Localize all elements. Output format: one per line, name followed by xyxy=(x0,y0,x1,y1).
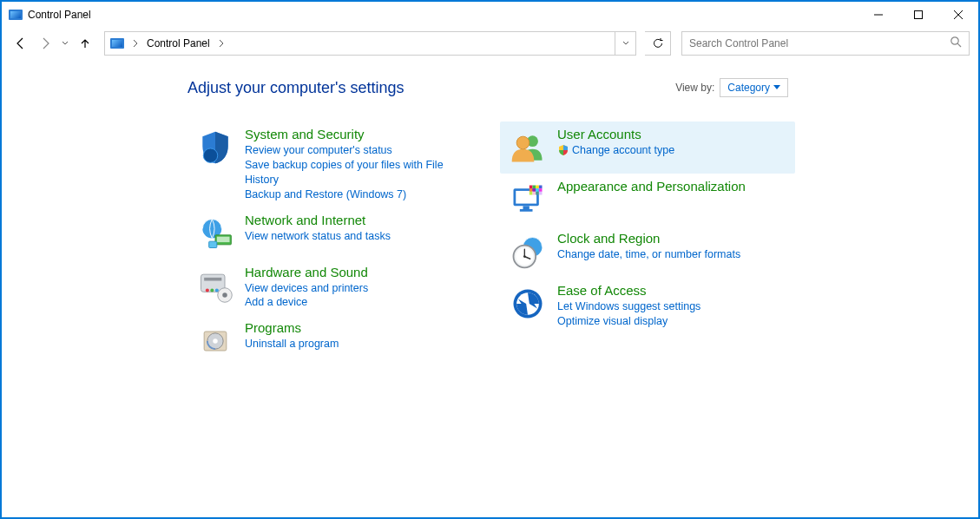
close-button[interactable] xyxy=(938,2,978,28)
category-title-programs[interactable]: Programs xyxy=(245,320,339,335)
category-title-user-accounts[interactable]: User Accounts xyxy=(557,127,674,141)
link-label: Let Windows suggest settings xyxy=(557,299,700,314)
category-system-security: System and SecurityReview your computer'… xyxy=(187,122,481,207)
link-label: View network status and tasks xyxy=(245,229,391,244)
address-dropdown-button[interactable] xyxy=(615,32,635,55)
category-body: System and SecurityReview your computer'… xyxy=(245,127,474,202)
chevron-right-icon[interactable] xyxy=(215,32,227,55)
view-by-value: Category xyxy=(727,82,770,94)
svg-point-1 xyxy=(951,37,958,44)
ease-of-access-icon[interactable] xyxy=(507,283,549,325)
link-label: Add a device xyxy=(245,295,307,310)
titlebar: Control Panel xyxy=(2,2,978,28)
view-by-select[interactable]: Category xyxy=(720,78,788,97)
search-icon[interactable] xyxy=(950,36,962,51)
category-ease-of-access: Ease of AccessLet Windows suggest settin… xyxy=(500,278,795,334)
hardware-sound-icon[interactable] xyxy=(194,265,236,306)
category-programs: ProgramsUninstall a program xyxy=(187,315,481,367)
link-label: Change date, time, or number formats xyxy=(557,247,740,262)
minimize-button[interactable] xyxy=(858,2,898,28)
category-link[interactable]: Save backup copies of your files with Fi… xyxy=(245,158,474,187)
category-clock-region: Clock and RegionChange date, time, or nu… xyxy=(500,226,795,278)
link-label: Review your computer's status xyxy=(245,143,392,158)
search-input[interactable] xyxy=(689,37,950,49)
refresh-button[interactable] xyxy=(645,31,671,56)
category-title-network-internet[interactable]: Network and Internet xyxy=(245,213,391,227)
link-label: Save backup copies of your files with Fi… xyxy=(245,158,474,187)
breadcrumb-icon-segment[interactable] xyxy=(105,32,129,55)
navigation-bar: Control Panel xyxy=(2,28,978,59)
address-spacer[interactable] xyxy=(227,32,615,55)
clock-region-icon[interactable] xyxy=(507,231,549,273)
category-body: Hardware and SoundView devices and print… xyxy=(245,265,368,311)
category-link[interactable]: Let Windows suggest settings xyxy=(557,299,700,314)
category-title-ease-of-access[interactable]: Ease of Access xyxy=(557,283,700,298)
search-box[interactable] xyxy=(681,31,970,56)
chevron-down-icon xyxy=(773,85,780,90)
link-label: Uninstall a program xyxy=(245,337,339,351)
back-button[interactable] xyxy=(10,33,31,54)
address-bar[interactable]: Control Panel xyxy=(104,31,636,56)
category-title-hardware-sound[interactable]: Hardware and Sound xyxy=(245,265,368,279)
category-body: ProgramsUninstall a program xyxy=(245,320,339,362)
category-title-appearance[interactable]: Appearance and Personalization xyxy=(557,179,746,194)
chevron-right-icon[interactable] xyxy=(129,32,141,55)
control-panel-icon xyxy=(110,38,124,49)
category-link[interactable]: Uninstall a program xyxy=(245,337,339,351)
control-panel-icon xyxy=(9,8,23,22)
category-link[interactable]: Add a device xyxy=(245,295,368,310)
shield-icon xyxy=(557,144,569,156)
appearance-icon[interactable] xyxy=(507,179,549,220)
category-link[interactable]: Review your computer's status xyxy=(245,143,474,158)
category-link[interactable]: Backup and Restore (Windows 7) xyxy=(245,187,474,202)
link-label: View devices and printers xyxy=(245,281,368,296)
link-label: Backup and Restore (Windows 7) xyxy=(245,187,406,202)
category-link[interactable]: Optimize visual display xyxy=(557,314,700,329)
maximize-button[interactable] xyxy=(898,2,938,28)
link-label: Change account type xyxy=(572,143,674,158)
window-title: Control Panel xyxy=(28,9,91,21)
category-column-right: User AccountsChange account typeAppearan… xyxy=(500,122,795,367)
category-link[interactable]: Change account type xyxy=(557,143,674,158)
category-title-clock-region[interactable]: Clock and Region xyxy=(557,231,740,246)
link-label: Optimize visual display xyxy=(557,314,668,329)
up-button[interactable] xyxy=(75,33,95,54)
content-area: Adjust your computer's settings View by:… xyxy=(2,59,978,367)
category-body: Appearance and Personalization xyxy=(557,179,746,220)
category-link[interactable]: View devices and printers xyxy=(245,281,368,296)
breadcrumb-root[interactable]: Control Panel xyxy=(141,32,215,55)
user-accounts-icon[interactable] xyxy=(507,127,549,168)
view-by-label: View by: xyxy=(675,82,714,94)
category-body: User AccountsChange account type xyxy=(557,127,674,168)
view-by-control: View by: Category xyxy=(675,78,788,97)
system-security-icon[interactable] xyxy=(194,127,236,168)
svg-rect-0 xyxy=(915,11,923,19)
category-appearance: Appearance and Personalization xyxy=(500,174,795,226)
network-internet-icon[interactable] xyxy=(194,213,236,254)
forward-button[interactable] xyxy=(35,33,56,54)
page-heading: Adjust your computer's settings xyxy=(187,79,404,97)
category-body: Ease of AccessLet Windows suggest settin… xyxy=(557,283,700,329)
category-link[interactable]: Change date, time, or number formats xyxy=(557,247,740,262)
category-hardware-sound: Hardware and SoundView devices and print… xyxy=(187,260,481,316)
category-column-left: System and SecurityReview your computer'… xyxy=(187,122,481,367)
category-user-accounts: User AccountsChange account type xyxy=(500,122,795,174)
window-controls xyxy=(858,2,978,28)
category-network-internet: Network and InternetView network status … xyxy=(187,207,481,260)
category-title-system-security[interactable]: System and Security xyxy=(245,127,474,141)
recent-locations-button[interactable] xyxy=(59,33,71,54)
programs-icon[interactable] xyxy=(194,320,236,362)
category-body: Clock and RegionChange date, time, or nu… xyxy=(557,231,740,273)
category-body: Network and InternetView network status … xyxy=(245,213,391,254)
category-link[interactable]: View network status and tasks xyxy=(245,229,391,244)
